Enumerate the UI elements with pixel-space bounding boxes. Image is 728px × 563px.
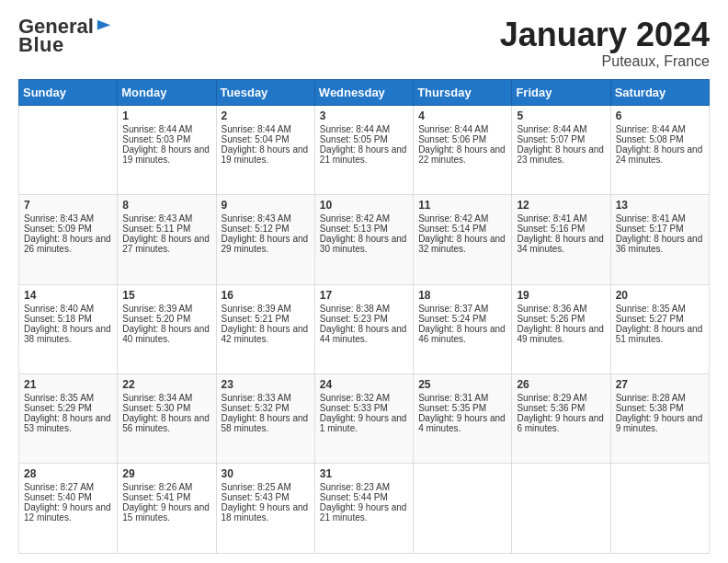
header-row: SundayMondayTuesdayWednesdayThursdayFrid… [19,79,710,105]
header-day-friday: Friday [512,79,610,105]
logo: General Blue [18,17,112,57]
calendar-cell: 11Sunrise: 8:42 AMSunset: 5:14 PMDayligh… [414,195,512,284]
sunset-text: Sunset: 5:03 PM [122,134,210,144]
calendar-cell: 10Sunrise: 8:42 AMSunset: 5:13 PMDayligh… [314,195,413,284]
daylight-text: Daylight: 8 hours and 24 minutes. [616,144,704,165]
day-number: 6 [616,109,704,122]
sunset-text: Sunset: 5:16 PM [517,224,605,234]
daylight-text: Daylight: 9 hours and 15 minutes. [122,502,210,523]
day-number: 24 [320,378,408,391]
sunrise-text: Sunrise: 8:43 AM [24,213,112,224]
calendar-cell: 14Sunrise: 8:40 AMSunset: 5:18 PMDayligh… [19,284,118,373]
calendar-cell: 20Sunrise: 8:35 AMSunset: 5:27 PMDayligh… [610,284,709,373]
sunrise-text: Sunrise: 8:27 AM [24,482,112,492]
calendar-cell: 7Sunrise: 8:43 AMSunset: 5:09 PMDaylight… [19,195,118,284]
daylight-text: Daylight: 8 hours and 29 minutes. [222,234,310,254]
daylight-text: Daylight: 8 hours and 49 minutes. [517,324,605,344]
day-number: 4 [418,109,506,122]
calendar-body: 1Sunrise: 8:44 AMSunset: 5:03 PMDaylight… [19,105,710,553]
day-number: 25 [418,378,506,391]
daylight-text: Daylight: 8 hours and 21 minutes. [320,144,408,165]
day-number: 8 [122,199,210,212]
sunrise-text: Sunrise: 8:23 AM [320,482,408,492]
header: General Blue January 2024 Puteaux, Franc… [18,17,710,70]
sunset-text: Sunset: 5:06 PM [418,134,506,144]
day-number: 20 [616,289,704,302]
header-day-thursday: Thursday [414,79,512,105]
sunrise-text: Sunrise: 8:35 AM [24,393,112,403]
calendar-cell: 9Sunrise: 8:43 AMSunset: 5:12 PMDaylight… [216,195,314,284]
calendar-cell: 30Sunrise: 8:25 AMSunset: 5:43 PMDayligh… [216,464,314,554]
sunset-text: Sunset: 5:08 PM [616,134,704,144]
header-day-wednesday: Wednesday [314,79,413,105]
calendar-cell [414,464,512,554]
calendar-cell: 5Sunrise: 8:44 AMSunset: 5:07 PMDaylight… [512,105,610,194]
day-number: 16 [222,289,310,302]
sunset-text: Sunset: 5:26 PM [517,314,605,324]
sunset-text: Sunset: 5:17 PM [616,224,704,234]
calendar-week-4: 21Sunrise: 8:35 AMSunset: 5:29 PMDayligh… [19,374,710,464]
day-number: 9 [222,199,310,212]
sunset-text: Sunset: 5:33 PM [320,403,408,413]
calendar-cell: 12Sunrise: 8:41 AMSunset: 5:16 PMDayligh… [512,195,610,284]
calendar-week-1: 1Sunrise: 8:44 AMSunset: 5:03 PMDaylight… [19,105,710,194]
daylight-text: Daylight: 9 hours and 9 minutes. [616,413,704,433]
sunrise-text: Sunrise: 8:31 AM [418,393,506,403]
daylight-text: Daylight: 8 hours and 56 minutes. [122,413,210,433]
sunrise-text: Sunrise: 8:41 AM [517,213,605,224]
header-day-monday: Monday [118,79,216,105]
daylight-text: Daylight: 8 hours and 44 minutes. [320,324,408,344]
sunset-text: Sunset: 5:07 PM [517,134,605,144]
calendar-cell: 16Sunrise: 8:39 AMSunset: 5:21 PMDayligh… [216,284,314,373]
sunrise-text: Sunrise: 8:26 AM [122,482,210,492]
sunrise-text: Sunrise: 8:42 AM [320,213,408,224]
day-number: 28 [24,467,112,480]
sunrise-text: Sunrise: 8:29 AM [517,393,605,403]
calendar-cell: 17Sunrise: 8:38 AMSunset: 5:23 PMDayligh… [314,284,413,373]
day-number: 14 [24,289,112,302]
sunrise-text: Sunrise: 8:35 AM [616,304,704,314]
calendar-cell: 29Sunrise: 8:26 AMSunset: 5:41 PMDayligh… [118,464,216,554]
sunrise-text: Sunrise: 8:44 AM [517,124,605,134]
calendar-location: Puteaux, France [500,53,710,70]
sunset-text: Sunset: 5:43 PM [222,492,310,502]
calendar-cell: 15Sunrise: 8:39 AMSunset: 5:20 PMDayligh… [118,284,216,373]
sunrise-text: Sunrise: 8:43 AM [122,213,210,224]
day-number: 5 [517,109,605,122]
daylight-text: Daylight: 9 hours and 18 minutes. [222,502,310,523]
daylight-text: Daylight: 8 hours and 27 minutes. [122,234,210,254]
calendar-cell: 26Sunrise: 8:29 AMSunset: 5:36 PMDayligh… [512,374,610,464]
calendar-cell [512,464,610,554]
sunrise-text: Sunrise: 8:25 AM [222,482,310,492]
calendar-cell: 18Sunrise: 8:37 AMSunset: 5:24 PMDayligh… [414,284,512,373]
daylight-text: Daylight: 8 hours and 36 minutes. [616,234,704,254]
calendar-header: SundayMondayTuesdayWednesdayThursdayFrid… [19,79,710,105]
daylight-text: Daylight: 8 hours and 26 minutes. [24,234,112,254]
sunrise-text: Sunrise: 8:44 AM [320,124,408,134]
calendar-week-5: 28Sunrise: 8:27 AMSunset: 5:40 PMDayligh… [19,464,710,554]
day-number: 17 [320,289,408,302]
sunrise-text: Sunrise: 8:44 AM [222,124,310,134]
daylight-text: Daylight: 8 hours and 38 minutes. [24,324,112,344]
day-number: 12 [517,199,605,212]
day-number: 11 [418,199,506,212]
daylight-text: Daylight: 9 hours and 1 minute. [320,413,408,433]
day-number: 23 [222,378,310,391]
daylight-text: Daylight: 9 hours and 12 minutes. [24,502,112,523]
day-number: 18 [418,289,506,302]
calendar-cell [19,105,118,194]
calendar-cell: 2Sunrise: 8:44 AMSunset: 5:04 PMDaylight… [216,105,314,194]
day-number: 31 [320,467,408,480]
sunrise-text: Sunrise: 8:36 AM [517,304,605,314]
day-number: 21 [24,378,112,391]
sunset-text: Sunset: 5:38 PM [616,403,704,413]
day-number: 19 [517,289,605,302]
calendar-cell: 3Sunrise: 8:44 AMSunset: 5:05 PMDaylight… [314,105,413,194]
sunset-text: Sunset: 5:41 PM [122,492,210,502]
sunrise-text: Sunrise: 8:39 AM [122,304,210,314]
sunset-text: Sunset: 5:30 PM [122,403,210,413]
daylight-text: Daylight: 8 hours and 32 minutes. [418,234,506,254]
sunrise-text: Sunrise: 8:37 AM [418,304,506,314]
calendar-title: January 2024 [500,17,710,53]
sunset-text: Sunset: 5:32 PM [222,403,310,413]
